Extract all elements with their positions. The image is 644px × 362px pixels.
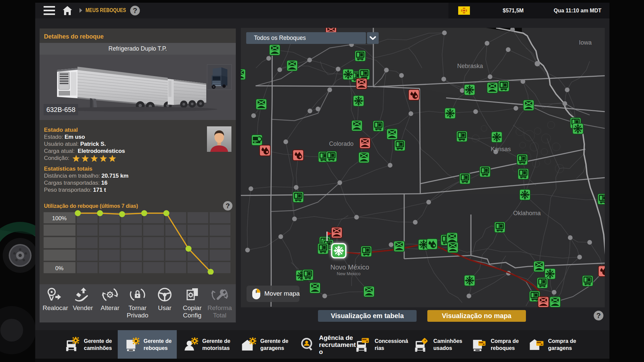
- svg-text:Nebraska: Nebraska: [457, 63, 483, 69]
- svg-text:Oklahoma: Oklahoma: [513, 210, 541, 217]
- svg-text:0%: 0%: [55, 265, 64, 272]
- svg-text:Colorado: Colorado: [329, 140, 354, 147]
- svg-text:Novo México: Novo México: [330, 263, 369, 271]
- svg-text:New Mexico: New Mexico: [337, 271, 361, 276]
- svg-text:Iowa: Iowa: [579, 39, 592, 46]
- svg-text:100%: 100%: [52, 215, 66, 222]
- svg-text:Kansas: Kansas: [491, 146, 511, 153]
